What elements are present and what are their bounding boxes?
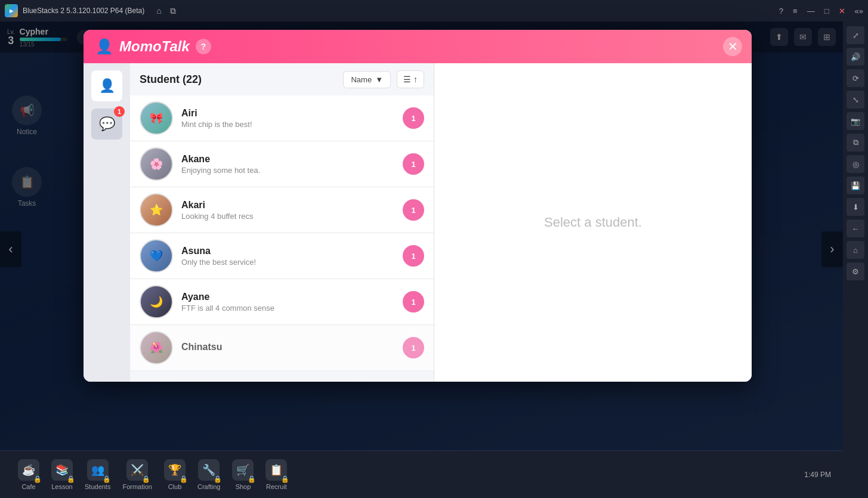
message-badge: 1 <box>114 106 125 117</box>
student-item[interactable]: 💙 Asuna Only the best service! 1 <box>130 233 434 279</box>
cafe-label: Cafe <box>21 483 35 490</box>
student-avatar-akane: 🌸 <box>140 147 173 181</box>
student-item[interactable]: ⭐ Akari Looking 4 buffet recs 1 <box>130 187 434 233</box>
minimize-icon[interactable]: — <box>807 7 815 16</box>
screenshot-icon[interactable]: 📷 <box>847 112 864 130</box>
student-info-airi: Airi Mint chip is the best! <box>181 108 403 129</box>
student-info-akane: Akane Enjoying some hot tea. <box>181 154 403 175</box>
sort-label: Name <box>351 75 372 84</box>
recruit-label: Recruit <box>266 483 287 490</box>
student-info-akari: Akari Looking 4 buffet recs <box>181 200 403 221</box>
titlebar-nav-icons: ⌂ ⧉ <box>156 6 175 16</box>
list-sort-button[interactable]: ☰ ↑ <box>397 70 424 88</box>
student-info-chinatsu: Chinatsu <box>181 342 403 354</box>
heart-badge-chinatsu: 1 <box>403 337 424 358</box>
download-icon[interactable]: ⬇ <box>847 198 864 216</box>
student-name-ayane: Ayane <box>181 292 403 302</box>
list-sort-arrow: ↑ <box>413 75 418 84</box>
student-name-airi: Airi <box>181 108 403 119</box>
student-count-label: Student (22) <box>140 73 337 86</box>
home-icon[interactable]: ⌂ <box>156 6 161 16</box>
students-label: Students <box>85 483 110 490</box>
storage-icon[interactable]: 💾 <box>847 177 864 194</box>
nav-item-formation[interactable]: ⚔️ Formation <box>116 456 158 494</box>
side-expand-icon[interactable]: «» <box>855 7 863 16</box>
location-icon[interactable]: ◎ <box>847 155 864 173</box>
modal-body: 👤 💬 1 Student (22) Name ▼ ☰ ↑ <box>84 63 752 382</box>
list-sort-icon: ☰ <box>403 75 411 84</box>
student-item[interactable]: 🌸 Akane Enjoying some hot tea. 1 <box>130 141 434 187</box>
tab-messages[interactable]: 💬 1 <box>91 109 122 140</box>
student-list-panel: Student (22) Name ▼ ☰ ↑ 🎀 Airi <box>130 63 434 382</box>
bottom-nav: ☕ Cafe 📚 Lesson 👥 Students ⚔️ Formation … <box>0 450 843 498</box>
expand-icon[interactable]: ⤢ <box>847 26 864 44</box>
club-icon: 🏆 <box>164 459 186 481</box>
modal-help-button[interactable]: ? <box>196 39 211 54</box>
speaker-icon[interactable]: 🔊 <box>847 48 864 66</box>
copy-icon[interactable]: ⧉ <box>847 134 864 151</box>
cafe-icon: ☕ <box>18 459 39 481</box>
nav-item-club[interactable]: 🏆 Club <box>158 456 191 494</box>
restore-icon[interactable]: □ <box>824 7 829 16</box>
refresh-icon[interactable]: ⟳ <box>847 69 864 87</box>
shop-label: Shop <box>236 483 251 490</box>
heart-badge-akane: 1 <box>403 153 424 175</box>
right-sidebar: ⤢ 🔊 ⟳ ⤡ 📷 ⧉ ◎ 💾 ⬇ ← ⌂ ⚙ <box>843 21 868 498</box>
student-list-header: Student (22) Name ▼ ☰ ↑ <box>130 63 434 95</box>
momotalk-modal: 👤 MomoTalk ? ✕ 👤 💬 1 Student (22) Name <box>84 30 752 382</box>
multitab-icon[interactable]: ⧉ <box>170 6 176 16</box>
student-info-ayane: Ayane FTF is all 4 common sense <box>181 292 403 313</box>
sort-dropdown-icon: ▼ <box>375 75 383 84</box>
shop-icon: 🛒 <box>232 459 254 481</box>
crafting-icon: 🔧 <box>198 459 220 481</box>
modal-header: 👤 MomoTalk ? ✕ <box>84 30 752 63</box>
nav-item-shop[interactable]: 🛒 Shop <box>226 456 260 494</box>
tab-student[interactable]: 👤 <box>91 70 122 101</box>
lesson-icon: 📚 <box>51 459 73 481</box>
content-panel: Select a student. <box>434 63 752 382</box>
student-name-chinatsu: Chinatsu <box>181 342 403 352</box>
sort-name-button[interactable]: Name ▼ <box>343 71 391 88</box>
student-avatar-akari: ⭐ <box>140 193 173 227</box>
nav-item-students[interactable]: 👥 Students <box>79 456 116 494</box>
close-icon[interactable]: ✕ <box>839 7 845 16</box>
student-item[interactable]: 🌙 Ayane FTF is all 4 common sense 1 <box>130 279 434 325</box>
messages-tab-icon: 💬 <box>99 116 115 132</box>
lesson-label: Lesson <box>51 483 72 490</box>
heart-badge-ayane: 1 <box>403 291 424 313</box>
crafting-label: Crafting <box>197 483 221 490</box>
modal-help-label: ? <box>201 42 206 51</box>
heart-badge-asuna: 1 <box>403 245 424 267</box>
back-arrow-icon[interactable]: ← <box>847 219 864 237</box>
student-item[interactable]: 🎀 Airi Mint chip is the best! 1 <box>130 95 434 141</box>
clock: 1:49 PM <box>804 471 831 479</box>
nav-item-crafting[interactable]: 🔧 Crafting <box>191 456 227 494</box>
home-sidebar-icon[interactable]: ⌂ <box>847 241 864 259</box>
student-status-asuna: Only the best service! <box>181 258 403 267</box>
student-avatar-airi: 🎀 <box>140 101 173 135</box>
settings-icon[interactable]: ⚙ <box>847 262 864 280</box>
student-status-akane: Enjoying some hot tea. <box>181 166 403 175</box>
student-name-akane: Akane <box>181 154 403 165</box>
window-controls: ? ≡ — □ ✕ «» <box>779 7 863 16</box>
resize-icon[interactable]: ⤡ <box>847 91 864 109</box>
nav-item-recruit[interactable]: 📋 Recruit <box>260 456 293 494</box>
bluestacks-logo: ▶ <box>5 4 18 17</box>
help-icon[interactable]: ? <box>779 7 783 16</box>
titlebar-title: BlueStacks 2 5.3.120.1002 P64 (Beta) <box>23 7 144 15</box>
student-name-akari: Akari <box>181 200 403 211</box>
select-prompt: Select a student. <box>544 215 642 230</box>
modal-close-button[interactable]: ✕ <box>723 37 742 56</box>
modal-close-label: ✕ <box>728 39 738 54</box>
student-avatar-asuna: 💙 <box>140 239 173 273</box>
student-item[interactable]: 🌺 Chinatsu 1 <box>130 325 434 371</box>
momotalk-icon: 👤 <box>95 38 113 55</box>
club-label: Club <box>168 483 182 490</box>
formation-label: Formation <box>122 483 152 490</box>
student-list: 🎀 Airi Mint chip is the best! 1 🌸 Akane … <box>130 95 434 382</box>
recruit-icon: 📋 <box>265 459 287 481</box>
nav-item-cafe[interactable]: ☕ Cafe <box>12 456 45 494</box>
nav-item-lesson[interactable]: 📚 Lesson <box>45 456 79 494</box>
student-avatar-ayane: 🌙 <box>140 285 173 318</box>
menu-icon[interactable]: ≡ <box>793 7 798 16</box>
